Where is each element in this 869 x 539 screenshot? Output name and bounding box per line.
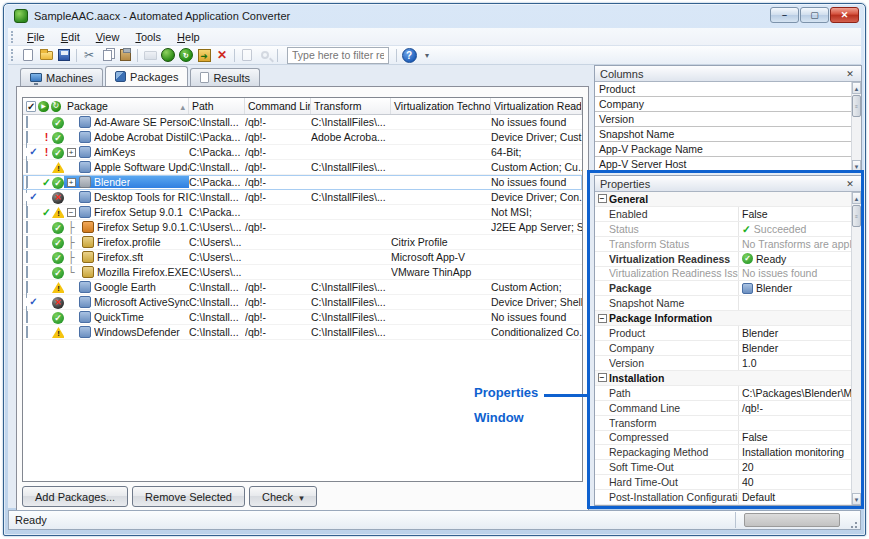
expand-toggle[interactable] (67, 178, 76, 187)
package-name-cell[interactable]: Firefox Setup 9.0.1.msi (64, 221, 189, 234)
property-row[interactable]: Command Line /qb!- (595, 401, 851, 416)
filter-input[interactable] (287, 47, 389, 64)
package-name-cell[interactable]: Blender (64, 176, 189, 188)
select-all-checkbox[interactable] (26, 101, 36, 112)
package-name-cell[interactable]: Desktop Tools for RIM H... (64, 191, 189, 203)
columns-panel-header[interactable]: Columns (595, 66, 861, 82)
property-row[interactable]: Product Blender (595, 326, 851, 341)
cut-button[interactable] (80, 47, 98, 63)
column-chooser-item[interactable]: Snapshot Name (595, 127, 851, 142)
package-name-cell[interactable]: Mozilla Firefox.EXE (64, 266, 189, 279)
columns-scrollbar[interactable] (851, 82, 861, 172)
scroll-down-icon[interactable] (852, 493, 861, 505)
property-row[interactable]: Snapshot Name (595, 296, 851, 311)
table-row[interactable]: Ad-Aware SE Personal C:\Install... /qb!-… (23, 115, 582, 130)
property-row[interactable]: Compressed False (595, 431, 851, 446)
tab-results[interactable]: Results (190, 68, 260, 86)
scrollbar-thumb[interactable] (852, 205, 861, 227)
minimize-button[interactable] (770, 7, 799, 23)
table-row[interactable]: ✓ Blender C:\Packa... /qb!- No issues fo… (23, 175, 582, 190)
property-row[interactable]: Version 1.0 (595, 356, 851, 371)
scroll-up-icon[interactable] (852, 192, 861, 204)
package-name-cell[interactable]: Firefox.profile (64, 236, 189, 249)
table-row[interactable]: ! Adobe Acrobat Distiller ... C:\Packa..… (23, 130, 582, 145)
row-checkbox[interactable] (26, 206, 28, 218)
table-row[interactable]: Microsoft ActiveSync C:\Install... /qb!-… (23, 295, 582, 310)
table-row[interactable]: ✓ Firefox Setup 9.0.1 C:\Packa... Not MS… (23, 205, 582, 220)
scroll-down-icon[interactable] (852, 160, 861, 172)
property-row[interactable]: Repackaging Method Installation monitori… (595, 445, 851, 460)
title-bar[interactable]: SampleAAC.aacx - Automated Application C… (4, 4, 865, 28)
package-name-cell[interactable]: AimKeys (64, 146, 189, 158)
property-row[interactable]: Post-Installation Configuration Default (595, 490, 851, 505)
copy-button[interactable] (98, 47, 116, 63)
table-row[interactable]: Apple Software Update C:\Install... /qb!… (23, 160, 582, 175)
scrollbar-thumb[interactable] (852, 95, 861, 117)
table-row[interactable]: Google Earth C:\Install... /qb!- C:\Inst… (23, 280, 582, 295)
header-command-line[interactable]: Command Line (245, 98, 311, 114)
new-file-button[interactable] (19, 47, 37, 63)
paste-button[interactable] (116, 47, 134, 63)
column-chooser-item[interactable]: App-V Server Host (595, 157, 851, 172)
tab-machines[interactable]: Machines (20, 68, 103, 86)
header-package[interactable]: Package (64, 98, 189, 114)
property-row[interactable]: Soft Time-Out 20 (595, 460, 851, 475)
expand-toggle[interactable] (67, 208, 76, 217)
add-packages-button[interactable]: Add Packages... (22, 486, 128, 507)
column-chooser-item[interactable]: Company (595, 97, 851, 112)
close-button[interactable] (830, 7, 859, 23)
help-button[interactable] (400, 47, 418, 63)
column-chooser-item[interactable]: Product (595, 82, 851, 97)
menu-grip[interactable] (11, 31, 14, 43)
table-row[interactable]: Firefox Setup 9.0.1.msi C:\Users\... /qb… (23, 220, 582, 235)
package-name-cell[interactable]: WindowsDefender (64, 326, 189, 338)
package-name-cell[interactable]: Microsoft ActiveSync (64, 296, 189, 308)
table-row[interactable]: ! AimKeys C:\Packa... /qb!- 64-Bit; (23, 145, 582, 160)
table-row[interactable]: Desktop Tools for RIM H... C:\Install...… (23, 190, 582, 205)
menu-edit[interactable]: Edit (53, 29, 88, 45)
properties-scrollbar[interactable] (851, 192, 861, 505)
status-column-icon[interactable] (51, 101, 61, 112)
tab-packages[interactable]: Packages (105, 66, 188, 86)
menu-file[interactable]: File (19, 29, 53, 45)
scroll-up-icon[interactable] (852, 82, 861, 94)
property-category-row[interactable]: Installation (595, 371, 851, 386)
property-row[interactable]: Company Blender (595, 341, 851, 356)
row-checkbox[interactable] (26, 266, 28, 278)
package-name-cell[interactable]: Apple Software Update (64, 161, 189, 173)
row-checkbox[interactable] (26, 311, 28, 323)
column-chooser-item[interactable]: Version (595, 112, 851, 127)
convert-button[interactable] (159, 47, 177, 63)
run-conversion-button[interactable] (177, 47, 195, 63)
row-checkbox[interactable] (26, 326, 28, 338)
collapse-icon[interactable] (598, 314, 607, 323)
toolbar-overflow-button[interactable] (418, 47, 436, 63)
property-category-row[interactable]: Package Information (595, 311, 851, 326)
row-checkbox[interactable] (26, 116, 28, 128)
property-row[interactable]: Hard Time-Out 40 (595, 475, 851, 490)
delete-button[interactable] (213, 47, 231, 63)
property-row[interactable]: Virtualization Readiness Issues No issue… (595, 267, 851, 282)
column-chooser-item[interactable]: App-V Package Name (595, 142, 851, 157)
table-row[interactable]: Firefox.sft C:\Users\... Microsoft App-V (23, 250, 582, 265)
close-icon[interactable] (844, 68, 856, 80)
open-file-button[interactable] (37, 47, 55, 63)
header-transform[interactable]: Transform (311, 98, 391, 114)
check-dropdown-button[interactable]: Check (249, 486, 317, 507)
menu-view[interactable]: View (88, 29, 128, 45)
property-category-row[interactable]: General (595, 192, 851, 207)
collapse-icon[interactable] (598, 194, 607, 203)
table-row[interactable]: Mozilla Firefox.EXE C:\Users\... VMware … (23, 265, 582, 280)
property-row[interactable]: Package Blender (595, 281, 851, 296)
toolbar-grip[interactable] (11, 49, 14, 61)
header-path[interactable]: Path (189, 98, 245, 114)
package-name-cell[interactable]: Adobe Acrobat Distiller ... (64, 131, 189, 143)
header-virtualization-technology[interactable]: Virtualization Technolo... (391, 98, 491, 114)
property-row[interactable]: Virtualization Readiness Ready (595, 252, 851, 267)
property-row[interactable]: Path C:\Packages\Blender\MSIPack (595, 386, 851, 401)
property-row[interactable]: Enabled False (595, 207, 851, 222)
table-row[interactable]: Firefox.profile C:\Users\... Citrix Prof… (23, 235, 582, 250)
save-button[interactable] (55, 47, 73, 63)
row-checkbox[interactable] (26, 251, 28, 263)
properties-panel-header[interactable]: Properties (595, 176, 861, 192)
